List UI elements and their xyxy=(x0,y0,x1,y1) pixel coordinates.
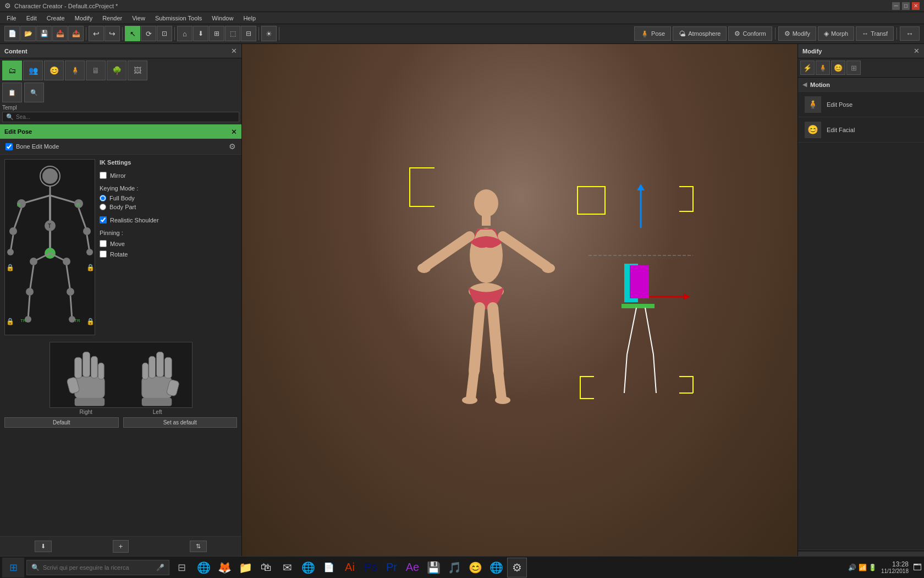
modify-sliders-icon[interactable]: ⚡ xyxy=(800,61,815,75)
close-button[interactable]: ✕ xyxy=(912,2,920,10)
menu-file[interactable]: File xyxy=(2,14,21,23)
minimize-button[interactable]: ─ xyxy=(892,2,900,10)
set-default-button[interactable]: Set as default xyxy=(123,417,238,428)
tab-screens[interactable]: 🖥 xyxy=(86,61,106,80)
fit-button[interactable]: ⬇ xyxy=(193,26,208,41)
modify-toolbar-button[interactable]: ⚙ Modify xyxy=(778,26,816,41)
menu-help[interactable]: Help xyxy=(239,14,260,23)
rotate-checkbox[interactable] xyxy=(100,250,107,258)
current-app[interactable]: ⚙ xyxy=(507,558,527,577)
bottom-arrows-btn[interactable]: ⇅ xyxy=(190,541,207,552)
move-checkbox[interactable] xyxy=(100,240,107,247)
export-button[interactable]: 📤 xyxy=(68,26,84,41)
right-hand-svg xyxy=(66,352,104,406)
extra-button[interactable]: ↔ xyxy=(900,26,920,41)
svg-line-24 xyxy=(30,265,34,292)
realistic-shoulder-checkbox[interactable] xyxy=(100,216,107,223)
firefox-app[interactable]: 🦊 xyxy=(215,558,234,577)
default-button[interactable]: Default xyxy=(4,417,119,428)
edit-pose-motion-button[interactable]: 🧍 Edit Pose xyxy=(798,92,924,117)
tab-scenes[interactable]: 🗂 xyxy=(2,61,22,80)
face-app[interactable]: 😊 xyxy=(465,558,485,577)
tab-faces[interactable]: 😊 xyxy=(44,61,64,80)
tab-gallery[interactable]: 🖼 xyxy=(128,61,147,80)
ie-app[interactable]: 🌐 xyxy=(194,558,213,577)
menu-edit[interactable]: Edit xyxy=(22,14,41,23)
clock-app[interactable]: 🌐 xyxy=(486,558,506,577)
svg-line-26 xyxy=(28,296,30,319)
taskbar-search[interactable]: 🔍 🎤 xyxy=(26,560,169,575)
save-app[interactable]: 💾 xyxy=(424,558,443,577)
menu-submission-tools[interactable]: Submission Tools xyxy=(151,14,206,23)
menu-window[interactable]: Window xyxy=(207,14,238,23)
modify-title: Modify xyxy=(802,48,822,54)
modify-pose-icon[interactable]: 🧍 xyxy=(816,61,830,75)
template-icon[interactable]: 📋 xyxy=(2,83,22,102)
full-body-label: Full Body xyxy=(109,195,135,201)
menu-create[interactable]: Create xyxy=(42,14,69,23)
pose-button[interactable]: 🧍 Pose xyxy=(634,26,671,41)
modify-face-icon[interactable]: 😊 xyxy=(831,61,845,75)
search-mini[interactable]: 🔍 xyxy=(24,83,44,102)
svg-line-29 xyxy=(67,265,70,292)
open-file-button[interactable]: 📂 xyxy=(20,26,36,41)
edit-facial-motion-button[interactable]: 😊 Edit Facial xyxy=(798,117,924,143)
content-close-icon[interactable]: ✕ xyxy=(231,47,237,55)
full-body-radio[interactable] xyxy=(100,195,106,201)
new-file-button[interactable]: 📄 xyxy=(4,26,20,41)
ps-app[interactable]: Ps xyxy=(361,558,381,577)
modify-close-icon[interactable]: ✕ xyxy=(914,47,920,55)
maximize-button[interactable]: □ xyxy=(902,2,910,10)
modify-grid-icon[interactable]: ⊞ xyxy=(846,61,861,75)
camera-button[interactable]: ⊟ xyxy=(241,26,256,41)
svg-rect-41 xyxy=(74,357,81,378)
add-button[interactable]: + xyxy=(113,540,129,553)
wireframe-button[interactable]: ⬚ xyxy=(225,26,240,41)
ae-app[interactable]: Ae xyxy=(403,558,422,577)
body-part-radio[interactable] xyxy=(100,204,106,210)
morph-button[interactable]: ◈ Morph xyxy=(818,26,854,41)
vlc-app[interactable]: 🎵 xyxy=(444,558,464,577)
docs-app[interactable]: 📄 xyxy=(319,558,339,577)
menu-modify[interactable]: Modify xyxy=(70,14,97,23)
settings-icon[interactable]: ⚙ xyxy=(229,142,236,151)
folder-app[interactable]: 📁 xyxy=(235,558,255,577)
start-button[interactable]: ⊞ xyxy=(2,558,24,577)
right-panel-scrollbar[interactable] xyxy=(798,549,924,556)
undo-button[interactable]: ↩ xyxy=(89,26,104,41)
viewport[interactable] xyxy=(242,44,798,556)
rotate-view-button[interactable]: ⟳ xyxy=(141,26,156,41)
bone-edit-checkbox[interactable] xyxy=(6,143,13,150)
import-button[interactable]: 📥 xyxy=(52,26,68,41)
svg-rect-46 xyxy=(141,376,172,398)
tab-characters[interactable]: 👥 xyxy=(23,61,43,80)
select-tool-button[interactable]: ↖ xyxy=(125,26,140,41)
tab-body[interactable]: 🧍 xyxy=(65,61,85,80)
search-input[interactable] xyxy=(16,114,60,120)
store-app[interactable]: 🛍 xyxy=(256,558,276,577)
ai-app[interactable]: Ai xyxy=(340,558,360,577)
tab-hierarchy[interactable]: 🌳 xyxy=(107,61,127,80)
scale-button[interactable]: ⊡ xyxy=(157,26,172,41)
pr-app[interactable]: Pr xyxy=(382,558,402,577)
bottom-left-arrow-btn[interactable]: ⬇ xyxy=(35,541,52,552)
atmosphere-button[interactable]: 🌤 Atmosphere xyxy=(673,26,727,41)
menu-view[interactable]: View xyxy=(128,14,150,23)
home-view-button[interactable]: ⌂ xyxy=(177,26,193,41)
atmosphere-label: Atmosphere xyxy=(688,30,721,37)
light-button[interactable]: ☀ xyxy=(261,26,277,41)
transf-button[interactable]: ↔ Transf xyxy=(856,26,894,41)
save-button[interactable]: 💾 xyxy=(36,26,52,41)
taskbar-search-input[interactable] xyxy=(43,564,153,571)
edit-pose-close-icon[interactable]: ✕ xyxy=(231,128,237,136)
chrome-app[interactable]: 🌐 xyxy=(298,558,318,577)
notification-icon[interactable]: 🗔 xyxy=(913,563,922,572)
redo-button[interactable]: ↪ xyxy=(105,26,120,41)
task-view-button[interactable]: ⊟ xyxy=(172,558,191,577)
conform-button[interactable]: ⚙ Conform xyxy=(728,26,772,41)
mail-app[interactable]: ✉ xyxy=(277,558,297,577)
skeleton-ik-area: R R T xyxy=(0,155,241,340)
mirror-checkbox[interactable] xyxy=(100,172,107,179)
menu-render[interactable]: Render xyxy=(98,14,127,23)
grid-button[interactable]: ⊞ xyxy=(209,26,224,41)
